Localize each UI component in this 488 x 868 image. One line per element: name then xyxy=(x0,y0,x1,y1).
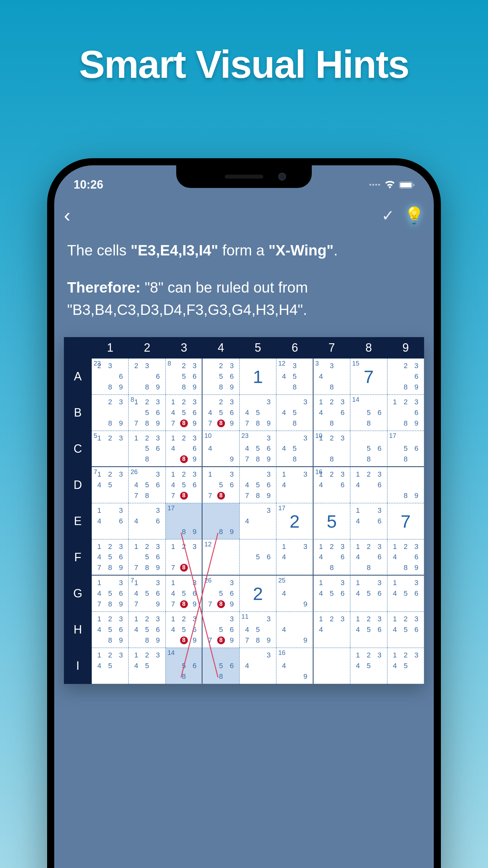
cell-G3[interactable]: 13456789 xyxy=(166,576,202,612)
cell-A2[interactable]: 23689 xyxy=(128,359,165,395)
phone-screen: 10:26 •••• ‹ ✓ 💡 The cells "E3,E4,I3,I4"… xyxy=(54,165,434,868)
candidates: 12378 xyxy=(166,539,202,575)
candidates: 23456789 xyxy=(203,395,239,430)
cell-F9[interactable]: 1234689 xyxy=(387,539,424,576)
col-header: 8 xyxy=(350,341,387,354)
cell-C9[interactable]: 17568 xyxy=(387,431,424,467)
cell-B6[interactable]: 3458 xyxy=(276,395,313,431)
cell-D8[interactable]: 12346 xyxy=(350,467,387,503)
cell-F1[interactable]: 123456789 xyxy=(92,539,128,576)
cell-D3[interactable]: 12345678 xyxy=(166,467,202,503)
cell-G2[interactable]: 71345679 xyxy=(128,576,165,612)
cell-G8[interactable]: 13456 xyxy=(350,576,387,612)
cell-F8[interactable]: 123468 xyxy=(350,539,387,576)
hint-bulb-icon[interactable]: 💡 xyxy=(404,206,424,225)
cell-D1[interactable]: 712345 xyxy=(92,467,128,503)
cell-A6[interactable]: 123458 xyxy=(276,359,313,395)
cell-A1[interactable]: 2323689 xyxy=(92,359,128,395)
cell-F6[interactable]: 134 xyxy=(276,539,313,576)
cell-A4[interactable]: 235689 xyxy=(202,359,239,395)
cage-number: 3 xyxy=(315,360,319,367)
cell-A3[interactable]: 8235689 xyxy=(166,359,202,395)
cell-I7[interactable] xyxy=(314,648,350,684)
cell-H6[interactable]: 49 xyxy=(276,612,313,648)
cage-number: 10 xyxy=(315,432,322,439)
candidates: 13456 xyxy=(351,576,387,611)
cell-E7[interactable]: 5 xyxy=(314,503,350,539)
cell-G7[interactable]: 13456 xyxy=(314,576,350,612)
cell-B1[interactable]: 2389 xyxy=(92,395,128,431)
candidates: 13456789 xyxy=(166,576,202,611)
cell-F2[interactable]: 12356789 xyxy=(128,539,165,576)
cell-H5[interactable]: 11345789 xyxy=(239,612,276,648)
cell-C6[interactable]: 3458 xyxy=(276,431,313,467)
cell-H7[interactable]: 1234 xyxy=(314,612,350,648)
cell-D2[interactable]: 26345678 xyxy=(128,467,165,503)
candidates: 134 xyxy=(276,539,313,575)
cell-B5[interactable]: 345789 xyxy=(239,395,276,431)
cell-A8[interactable]: 157 xyxy=(350,359,387,395)
cell-F5[interactable]: 56 xyxy=(239,539,276,576)
cell-B7[interactable]: 123468 xyxy=(314,395,350,431)
cell-A5[interactable]: 1 xyxy=(239,359,276,395)
cell-E8[interactable]: 1346 xyxy=(350,503,387,539)
cell-F3[interactable]: 12378 xyxy=(166,539,202,576)
cell-B9[interactable]: 123689 xyxy=(387,395,424,431)
cell-I5[interactable]: 34 xyxy=(239,648,276,684)
cell-B3[interactable]: 123456789 xyxy=(166,395,202,431)
cell-A7[interactable]: 3348 xyxy=(314,359,350,395)
cell-E2[interactable]: 346 xyxy=(128,503,165,539)
cell-I6[interactable]: 1649 xyxy=(276,648,313,684)
check-icon[interactable]: ✓ xyxy=(382,206,394,224)
cell-I8[interactable]: 12345 xyxy=(350,648,387,684)
cell-F4[interactable]: 12 xyxy=(202,539,239,576)
cell-E6[interactable]: 172 xyxy=(276,503,313,539)
cell-F7[interactable]: 123468 xyxy=(314,539,350,576)
cell-D4[interactable]: 135678 xyxy=(202,467,239,503)
cell-H3[interactable]: 12345689 xyxy=(166,612,202,648)
back-icon[interactable]: ‹ xyxy=(61,204,73,226)
cell-G9[interactable]: 13456 xyxy=(387,576,424,612)
cell-H9[interactable]: 123456 xyxy=(387,612,424,648)
candidates: 348 xyxy=(314,359,350,394)
cell-C5[interactable]: 233456789 xyxy=(239,431,276,467)
cage-number: 8 xyxy=(130,396,134,403)
cell-D5[interactable]: 3456789 xyxy=(239,467,276,503)
cell-E4[interactable]: 89 xyxy=(202,503,239,539)
cell-C2[interactable]: 123568 xyxy=(128,431,165,467)
cell-D6[interactable]: 134 xyxy=(276,467,313,503)
cell-C3[interactable]: 1234689 xyxy=(166,431,202,467)
cell-D7[interactable]: 1612346 xyxy=(314,467,350,503)
cell-C1[interactable]: 5123 xyxy=(92,431,128,467)
cell-B8[interactable]: 14568 xyxy=(350,395,387,431)
cell-E5[interactable]: 34 xyxy=(239,503,276,539)
cell-H8[interactable]: 123456 xyxy=(350,612,387,648)
cell-H2[interactable]: 12345689 xyxy=(128,612,165,648)
cell-G6[interactable]: 2549 xyxy=(276,576,313,612)
cell-E3[interactable]: 1789 xyxy=(166,503,202,539)
cell-G1[interactable]: 13456789 xyxy=(92,576,128,612)
cell-H1[interactable]: 12345689 xyxy=(92,612,128,648)
candidates: 12345 xyxy=(92,648,128,684)
cell-I4[interactable]: 568 xyxy=(202,648,239,684)
row-header: E xyxy=(64,503,92,539)
cell-D9[interactable]: 89 xyxy=(387,467,424,503)
cell-C8[interactable]: 568 xyxy=(350,431,387,467)
cell-I2[interactable]: 12345 xyxy=(128,648,165,684)
cell-I3[interactable]: 14568 xyxy=(166,648,202,684)
cell-B2[interactable]: 812356789 xyxy=(128,395,165,431)
candidates: 12345 xyxy=(351,648,387,684)
cell-I9[interactable]: 12345 xyxy=(387,648,424,684)
cell-A9[interactable]: 23689 xyxy=(387,359,424,395)
cell-G4[interactable]: 26356789 xyxy=(202,576,239,612)
cell-B4[interactable]: 23456789 xyxy=(202,395,239,431)
cell-I1[interactable]: 12345 xyxy=(92,648,128,684)
cell-C4[interactable]: 1049 xyxy=(202,431,239,467)
cell-value: 5 xyxy=(314,503,350,539)
cell-C7[interactable]: 101238 xyxy=(314,431,350,467)
cell-E9[interactable]: 7 xyxy=(387,503,424,539)
marketing-title: Smart Visual Hints xyxy=(0,0,488,87)
cell-H4[interactable]: 356789 xyxy=(202,612,239,648)
cell-E1[interactable]: 1346 xyxy=(92,503,128,539)
cell-G5[interactable]: 2 xyxy=(239,576,276,612)
